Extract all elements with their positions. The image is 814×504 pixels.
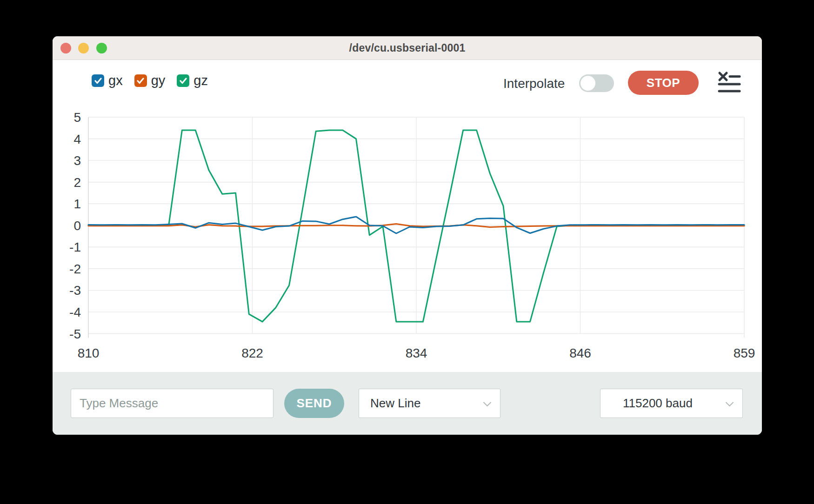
toggle-knob [580,76,595,91]
svg-text:5: 5 [73,110,81,125]
checkbox-gy[interactable] [134,74,147,87]
legend-item-gy[interactable]: gy [134,73,166,88]
chevron-down-icon [725,402,734,407]
interpolate-label: Interpolate [503,76,565,91]
svg-text:834: 834 [406,346,427,360]
svg-text:2: 2 [73,175,81,190]
svg-text:859: 859 [734,346,755,360]
svg-text:-2: -2 [69,262,81,276]
check-icon [94,78,102,84]
legend-item-gx[interactable]: gx [92,73,123,88]
message-input[interactable] [71,389,274,418]
check-icon [137,78,144,84]
svg-text:-1: -1 [69,240,81,254]
baud-select[interactable]: 115200 baud [600,389,743,418]
svg-text:-3: -3 [69,283,81,298]
checkbox-gx[interactable] [92,74,104,87]
legend-label-gy: gy [151,73,166,88]
svg-text:-4: -4 [69,305,81,319]
send-button[interactable]: SEND [284,389,344,418]
legend-label-gz: gz [193,73,208,88]
series-legend: gx gy gz [92,73,208,88]
footer-bar: SEND New Line 115200 baud [53,372,762,435]
svg-text:846: 846 [569,346,591,360]
svg-text:4: 4 [73,132,81,146]
svg-text:822: 822 [241,346,263,360]
svg-text:0: 0 [73,219,81,233]
close-button[interactable] [60,43,71,53]
baud-value: 115200 baud [623,396,693,411]
maximize-button[interactable] [96,43,107,53]
svg-text:-5: -5 [69,327,81,341]
stop-button[interactable]: STOP [628,71,699,95]
legend-label-gx: gx [108,73,123,88]
clear-list-icon[interactable] [718,71,741,93]
minimize-button[interactable] [78,43,89,53]
clear-list-icon-glyph [718,71,741,93]
svg-text:3: 3 [73,153,81,168]
app-window: /dev/cu.usbserial-0001 gx gy [53,36,762,435]
legend-item-gz[interactable]: gz [177,73,208,88]
svg-text:1: 1 [73,197,81,211]
chevron-down-icon [483,402,492,407]
interpolate-toggle[interactable] [579,74,614,92]
line-ending-select[interactable]: New Line [359,389,500,418]
window-title: /dev/cu.usbserial-0001 [53,36,762,60]
checkbox-gz[interactable] [177,74,189,87]
titlebar: /dev/cu.usbserial-0001 [53,36,762,60]
line-ending-value: New Line [370,396,420,411]
svg-text:810: 810 [78,346,100,360]
check-icon [180,78,187,84]
